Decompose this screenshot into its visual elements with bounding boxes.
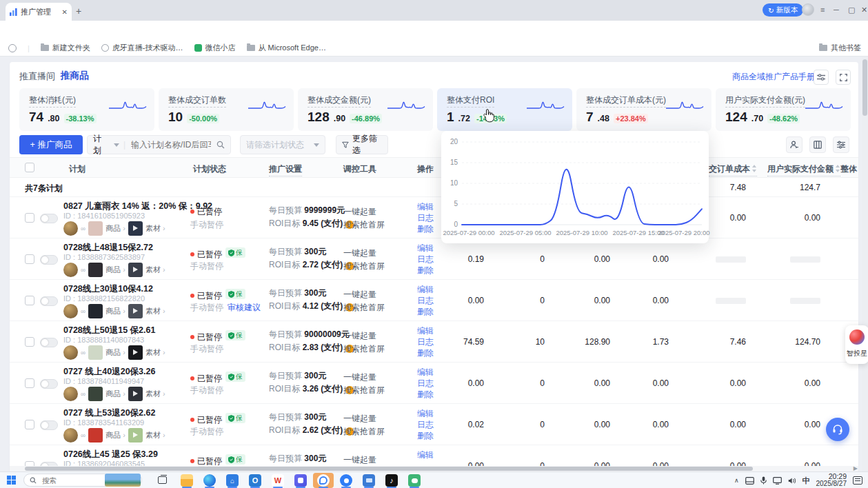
tool-link[interactable]: 搜索抢首屏 xyxy=(343,302,385,314)
taskbar-search-input[interactable] xyxy=(41,476,89,485)
tool-link[interactable]: 一键起量 xyxy=(343,289,376,301)
stat-card[interactable]: 整体成交金额(元)128.90-46.89% xyxy=(298,88,433,131)
goods-link[interactable]: 商品 › xyxy=(105,223,125,234)
start-button-windows-icon[interactable] xyxy=(7,476,17,485)
row-toggle[interactable] xyxy=(40,296,58,306)
goods-link[interactable]: 商品 › xyxy=(105,265,125,275)
row-checkbox[interactable] xyxy=(25,337,34,347)
weather-widget-image[interactable] xyxy=(105,474,141,487)
ime-indicator[interactable]: 中 xyxy=(803,476,810,486)
sidebar-toggle-icon[interactable] xyxy=(8,44,17,52)
horizontal-scrollbar[interactable]: ▶ xyxy=(10,466,858,471)
tab-promote-product[interactable]: 推商品 xyxy=(61,70,89,82)
material-thumbnail[interactable] xyxy=(128,221,143,236)
plan-title[interactable]: 0726线上45 退25 保3.29 xyxy=(63,449,158,460)
touchpad-icon[interactable] xyxy=(745,477,754,485)
col-header-order-cost[interactable]: 交订单成本 xyxy=(709,163,757,176)
network-display-icon[interactable] xyxy=(773,477,782,485)
action-link[interactable]: 删除 xyxy=(417,223,434,235)
action-link[interactable]: 编辑 xyxy=(417,325,434,337)
sort-icon[interactable] xyxy=(752,165,757,172)
plan-title[interactable]: 0728线上50退15 保2.61 xyxy=(63,325,155,336)
h-scrollbar-thumb[interactable] xyxy=(25,467,753,471)
taskbar-search[interactable] xyxy=(23,474,142,487)
tool-link[interactable]: 一键起量 xyxy=(343,330,376,342)
microphone-icon[interactable] xyxy=(760,476,767,485)
row-toggle[interactable] xyxy=(40,420,58,430)
tool-link[interactable]: 一键起量 xyxy=(343,247,376,259)
row-checkbox[interactable] xyxy=(25,254,34,264)
tool-link[interactable]: 一键起量 xyxy=(343,413,376,425)
col-header-actions[interactable]: 操作 xyxy=(417,163,434,175)
taskbar-app-blue-app[interactable] xyxy=(359,473,379,488)
window-close-button[interactable]: ✕ xyxy=(861,6,867,14)
more-filters-button[interactable]: 更多筛选 xyxy=(336,135,388,154)
review-suggestion-link[interactable]: 审核建议 xyxy=(228,303,261,312)
plan-title[interactable]: 0728线上30退10保4.12 xyxy=(63,283,153,295)
stat-card[interactable]: 整体成交订单成本(元)7.48+23.84% xyxy=(576,88,711,131)
action-link[interactable]: 删除 xyxy=(417,430,434,442)
sort-icon[interactable] xyxy=(836,165,840,172)
bookmark-item[interactable]: 虎牙直播-技术驱动… xyxy=(101,43,183,53)
v-scrollbar-thumb[interactable] xyxy=(862,59,867,116)
notification-center-icon[interactable] xyxy=(853,476,862,485)
new-tab-button[interactable]: + xyxy=(76,6,81,17)
material-link[interactable]: 素材 › xyxy=(145,430,165,440)
action-link[interactable]: 删除 xyxy=(417,389,434,400)
goods-link[interactable]: 商品 › xyxy=(105,430,125,440)
taskbar-app-file-explorer[interactable] xyxy=(176,473,197,488)
settings-sliders-button[interactable] xyxy=(814,70,829,85)
material-link[interactable]: 素材 › xyxy=(145,306,165,316)
material-thumbnail[interactable] xyxy=(128,263,143,277)
material-thumbnail[interactable] xyxy=(128,304,143,318)
stat-card[interactable]: 整体成交订单数10-50.00% xyxy=(159,88,294,131)
tool-link[interactable]: 搜索抢首屏 xyxy=(343,219,385,231)
stat-card[interactable]: 用户实际支付金额(元)124.70-48.62% xyxy=(716,88,851,131)
material-thumbnail[interactable] xyxy=(128,345,143,360)
speaker-icon[interactable] xyxy=(788,477,796,485)
taskbar-app-outlook[interactable]: O xyxy=(245,473,265,488)
action-link[interactable]: 编辑 xyxy=(417,449,434,461)
col-header-settings[interactable]: 推广设置 xyxy=(269,163,302,176)
material-link[interactable]: 素材 › xyxy=(145,223,165,234)
row-toggle[interactable] xyxy=(40,255,58,265)
row-checkbox[interactable] xyxy=(25,378,34,388)
assistant-widget[interactable]: 智投星 xyxy=(845,325,868,364)
filter-settings-button[interactable] xyxy=(833,136,849,153)
row-toggle[interactable] xyxy=(40,379,58,389)
help-fab-button[interactable] xyxy=(826,418,849,441)
row-checkbox[interactable] xyxy=(25,296,34,305)
taskbar-app-ms-store[interactable]: ⌂ xyxy=(222,473,243,488)
action-link[interactable]: 删除 xyxy=(417,347,434,359)
tray-chevron-up-icon[interactable]: ∧ xyxy=(734,477,739,484)
row-checkbox[interactable] xyxy=(25,420,34,429)
row-toggle[interactable] xyxy=(40,214,58,223)
goods-link[interactable]: 商品 › xyxy=(105,389,125,399)
tool-link[interactable]: 搜索抢首屏 xyxy=(343,261,385,272)
goods-link[interactable]: 商品 › xyxy=(105,347,125,358)
col-header-tools[interactable]: 调控工具 xyxy=(343,163,376,175)
material-thumbnail[interactable] xyxy=(128,387,143,401)
action-link[interactable]: 编辑 xyxy=(417,408,434,420)
tab-live-room[interactable]: 推直播间 xyxy=(19,70,55,83)
bookmark-item[interactable]: 微信小店 xyxy=(194,43,236,53)
select-all-checkbox[interactable] xyxy=(25,163,34,172)
tool-link[interactable]: 搜索抢首屏 xyxy=(343,426,385,438)
action-link[interactable]: 编辑 xyxy=(417,367,434,378)
plan-title[interactable]: 0727 线上53退20保2.62 xyxy=(63,407,155,419)
new-version-button[interactable]: ↻ 新版本 xyxy=(763,3,803,17)
product-thumbnail[interactable] xyxy=(88,221,103,236)
status-filter-select[interactable]: 请筛选计划状态 xyxy=(240,135,325,154)
row-checkbox[interactable] xyxy=(25,213,34,223)
product-thumbnail[interactable] xyxy=(88,387,103,401)
tab-close-icon[interactable]: ✕ xyxy=(62,8,68,16)
other-bookmarks-button[interactable]: 其他书签 xyxy=(819,43,861,53)
task-view-icon[interactable] xyxy=(158,476,167,484)
product-thumbnail[interactable] xyxy=(88,428,103,443)
product-thumbnail[interactable] xyxy=(88,304,103,318)
col-header-user-paid[interactable]: 用户实际支付金额 xyxy=(767,163,840,176)
taskbar-app-wps[interactable]: W xyxy=(268,473,288,488)
taskbar-app-wechat[interactable] xyxy=(404,473,425,488)
action-link[interactable]: 删除 xyxy=(417,306,434,318)
col-header-plan[interactable]: 计划 xyxy=(69,163,85,175)
